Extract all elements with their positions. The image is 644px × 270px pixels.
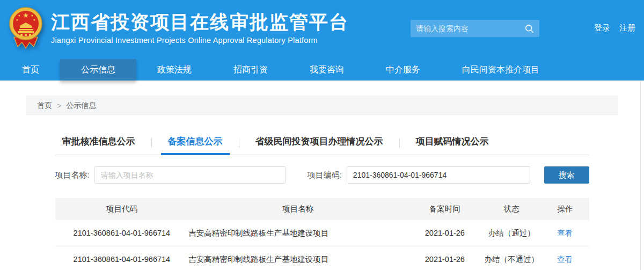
breadcrumb-separator: > bbox=[57, 101, 61, 110]
nav-item-home[interactable]: 首页 bbox=[1, 59, 60, 81]
page-content: 首页 > 公示信息 审批核准信息公示 备案信息公示 省级民间投资项目办理情况公示… bbox=[26, 96, 618, 270]
tab-divider bbox=[239, 138, 239, 148]
nav-item-policies[interactable]: 政策法规 bbox=[136, 59, 213, 81]
nav-item-intermediary[interactable]: 中介服务 bbox=[365, 59, 441, 81]
cell-project-code: 2101-360861-04-01-966714 bbox=[55, 229, 189, 237]
col-header-project-name: 项目名称 bbox=[188, 204, 407, 214]
breadcrumb-home[interactable]: 首页 bbox=[37, 101, 52, 111]
register-link[interactable]: 注册 bbox=[619, 23, 635, 33]
cell-project-name: 吉安高精密印制线路板生产基地建设项目 bbox=[188, 254, 407, 265]
cell-status: 办结（通过） bbox=[482, 228, 540, 238]
site-title-block: 江西省投资项目在线审批监管平台 Jiangxi Provincial Inves… bbox=[51, 11, 349, 45]
scrollbar-track-edge bbox=[640, 81, 641, 270]
nav-item-public-info[interactable]: 公示信息 bbox=[60, 59, 136, 81]
svg-text:★: ★ bbox=[31, 14, 33, 17]
project-code-label: 项目编码: bbox=[308, 170, 342, 180]
cell-project-name: 吉安高精密印制线路板生产基地建设项目 bbox=[188, 228, 407, 238]
nav-item-investment[interactable]: 招商引资 bbox=[213, 59, 289, 81]
col-header-action: 操作 bbox=[541, 204, 589, 214]
main-nav: 首页 公示信息 政策法规 招商引资 我要咨询 中介服务 向民间资本推介项目 bbox=[0, 59, 644, 81]
site-title: 江西省投资项目在线审批监管平台 bbox=[51, 11, 349, 33]
svg-text:★: ★ bbox=[23, 11, 29, 19]
table-row: 2101-360861-04-01-966714 吉安高精密印制线路板生产基地建… bbox=[55, 220, 589, 246]
project-code-input[interactable] bbox=[347, 166, 530, 184]
content-inner: 审批核准信息公示 备案信息公示 省级民间投资项目办理情况公示 项目赋码情况公示 … bbox=[55, 132, 589, 270]
svg-text:★: ★ bbox=[18, 14, 20, 17]
tab-divider bbox=[399, 138, 400, 148]
tab-provincial-private-projects[interactable]: 省级民间投资项目办理情况公示 bbox=[248, 132, 390, 155]
filter-form: 项目名称: 项目编码: 搜索 bbox=[55, 166, 589, 184]
nav-item-consult[interactable]: 我要咨询 bbox=[289, 59, 365, 81]
breadcrumb-current[interactable]: 公示信息 bbox=[66, 101, 96, 111]
auth-links: 登录 注册 bbox=[594, 23, 635, 33]
national-emblem-logo: ★ ★ ★ ★ ★ bbox=[9, 5, 43, 51]
cell-filing-date: 2021-01-26 bbox=[407, 229, 482, 237]
svg-text:★: ★ bbox=[16, 18, 18, 21]
col-header-status: 状态 bbox=[482, 204, 540, 214]
table-row: 2101-360861-04-01-966714 吉安高精密印制线路板生产基地建… bbox=[55, 246, 589, 270]
search-icon[interactable] bbox=[525, 24, 534, 33]
col-header-project-code: 项目代码 bbox=[55, 204, 189, 214]
tab-filing-info[interactable]: 备案信息公示 bbox=[161, 132, 230, 155]
cell-project-code: 2101-360861-04-01-966714 bbox=[55, 255, 189, 264]
site-subtitle: Jiangxi Provincial Investment Projects O… bbox=[51, 36, 349, 45]
project-name-input[interactable] bbox=[94, 166, 286, 184]
header-search-box bbox=[411, 20, 539, 37]
site-header: ★ ★ ★ ★ ★ 江西省投资项目在线审批监管平台 Jiangxi Provin… bbox=[0, 0, 644, 59]
svg-text:★: ★ bbox=[33, 18, 35, 21]
search-button[interactable]: 搜索 bbox=[544, 166, 589, 184]
tab-project-coding[interactable]: 项目赋码情况公示 bbox=[409, 132, 496, 155]
tab-bar: 审批核准信息公示 备案信息公示 省级民间投资项目办理情况公示 项目赋码情况公示 bbox=[55, 132, 589, 155]
table-header-row: 项目代码 项目名称 备案时间 状态 操作 bbox=[55, 198, 589, 220]
col-header-filing-date: 备案时间 bbox=[407, 204, 482, 214]
login-link[interactable]: 登录 bbox=[594, 23, 610, 33]
project-name-label: 项目名称: bbox=[55, 170, 90, 180]
nav-item-private-capital[interactable]: 向民间资本推介项目 bbox=[441, 59, 560, 81]
results-table: 项目代码 项目名称 备案时间 状态 操作 2101-360861-04-01-9… bbox=[55, 198, 589, 270]
cell-filing-date: 2021-01-26 bbox=[407, 255, 482, 264]
tab-approval-info[interactable]: 审批核准信息公示 bbox=[55, 132, 142, 155]
header-search-input[interactable] bbox=[416, 24, 525, 33]
view-link[interactable]: 查看 bbox=[557, 229, 573, 237]
view-link[interactable]: 查看 bbox=[557, 255, 573, 264]
breadcrumb: 首页 > 公示信息 bbox=[26, 96, 618, 115]
cell-status: 办结（不通过） bbox=[482, 254, 540, 265]
tab-divider bbox=[151, 138, 152, 148]
